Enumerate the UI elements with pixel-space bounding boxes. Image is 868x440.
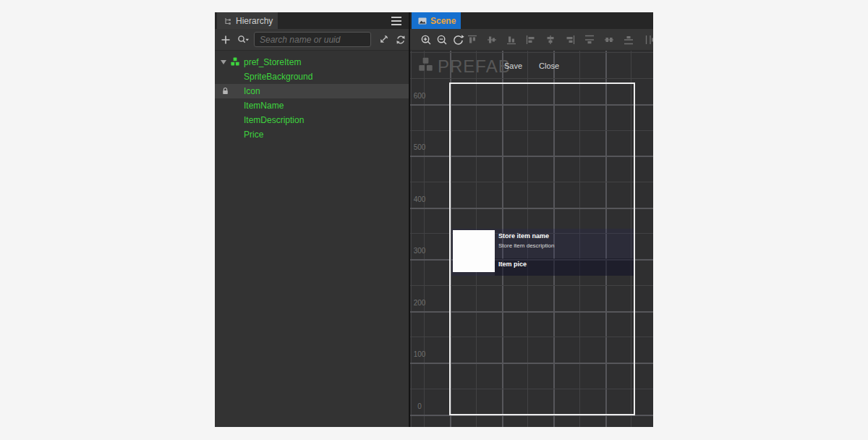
grid-line [424, 51, 425, 427]
scene-panel: Scene [410, 12, 653, 427]
search-box [254, 32, 371, 47]
ruler-label: 500 [412, 143, 427, 151]
tab-scene-label: Scene [430, 16, 456, 26]
scene-canvas[interactable]: 600 500 400 300 200 100 0 [410, 51, 653, 427]
prefab-mode-title: PREFAB [438, 56, 511, 77]
desktop-background: Hierarchy [0, 0, 868, 440]
tree-node-label: Price [244, 130, 263, 140]
distribute-left-icon[interactable] [644, 34, 653, 46]
close-button[interactable]: Close [539, 62, 559, 70]
store-item-node[interactable]: Store item name Store item description I… [451, 229, 634, 276]
tree-node-itemdescription[interactable]: ItemDescription [215, 113, 409, 127]
hamburger-icon[interactable] [391, 17, 401, 25]
store-item-name-label: Store item name [498, 232, 549, 240]
zoom-out-icon[interactable] [435, 33, 448, 46]
tree-node-label: SpriteBackground [244, 72, 312, 82]
ruler-label: 600 [412, 92, 427, 100]
zoom-in-icon[interactable] [420, 33, 433, 46]
align-center-icon[interactable] [545, 34, 556, 46]
store-item-description-label: Store item description [498, 242, 554, 249]
hierarchy-toolbar [215, 29, 409, 51]
tree-node-label: pref_StoreItem [244, 57, 301, 67]
search-input[interactable] [254, 32, 371, 47]
reset-view-icon[interactable] [451, 33, 464, 46]
image-icon [418, 17, 427, 25]
hierarchy-tree: pref_StoreItem SpriteBackground Icon I [215, 51, 409, 427]
align-bottom-icon[interactable] [506, 34, 517, 46]
distribute-middle-icon[interactable] [603, 34, 615, 46]
prefab-cubes-icon [230, 57, 240, 67]
align-top-icon[interactable] [467, 34, 478, 46]
search-filter-button[interactable] [234, 32, 252, 48]
tree-node-price[interactable]: Price [215, 127, 409, 142]
prefab-cubes-icon [417, 57, 434, 74]
tree-node-label: Icon [244, 86, 260, 96]
grid-line [411, 51, 412, 427]
align-middle-icon[interactable] [486, 34, 498, 46]
refresh-icon[interactable] [394, 34, 407, 46]
add-node-button[interactable] [218, 32, 234, 48]
store-item-icon[interactable] [453, 230, 495, 272]
prefab-edit-header: PREFAB Save Close [410, 51, 653, 82]
ruler-label: 0 [412, 402, 427, 410]
hierarchy-panel: Hierarchy [215, 12, 409, 427]
align-left-icon[interactable] [525, 34, 537, 46]
hierarchy-icon [224, 17, 232, 25]
store-item-price-label: Item pice [498, 261, 527, 268]
tab-hierarchy[interactable]: Hierarchy [217, 12, 278, 29]
tree-node-spritebackground[interactable]: SpriteBackground [215, 69, 409, 84]
distribute-bottom-icon[interactable] [623, 34, 634, 46]
tree-node-icon[interactable]: Icon [215, 84, 409, 98]
tree-node-pref-storeitem[interactable]: pref_StoreItem [215, 55, 409, 69]
tree-node-itemname[interactable]: ItemName [215, 98, 409, 113]
lock-icon[interactable] [221, 87, 229, 96]
ruler-label: 200 [412, 299, 427, 307]
tab-hierarchy-label: Hierarchy [236, 16, 273, 26]
distribute-top-icon[interactable] [584, 34, 595, 46]
ruler-label: 300 [412, 247, 427, 255]
ruler-label: 400 [412, 195, 427, 203]
ruler-label: 100 [412, 350, 427, 358]
scene-tabbar: Scene [410, 12, 653, 29]
expand-arrow-icon[interactable] [221, 60, 226, 64]
tree-node-label: ItemDescription [244, 115, 304, 125]
save-button[interactable]: Save [504, 62, 522, 70]
collapse-all-icon[interactable] [377, 34, 390, 46]
scene-toolbar [410, 29, 653, 51]
tree-node-label: ItemName [244, 101, 284, 111]
editor-window: Hierarchy [215, 12, 653, 427]
align-right-icon[interactable] [564, 34, 576, 46]
hierarchy-tabbar: Hierarchy [215, 12, 409, 29]
tab-scene[interactable]: Scene [412, 12, 461, 29]
